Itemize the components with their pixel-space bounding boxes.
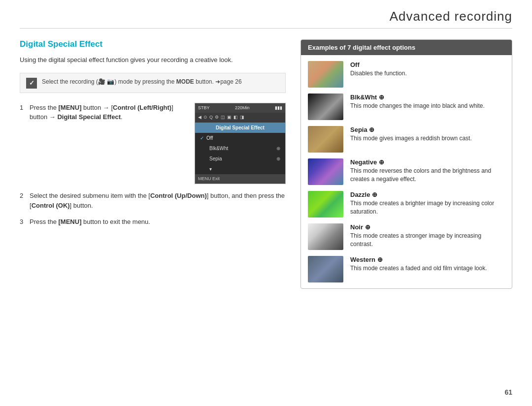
- cam-off-label: Off: [206, 134, 213, 142]
- effect-thumb-5: [308, 223, 343, 250]
- step-1-num: 1: [20, 103, 26, 113]
- cam-icon-7: ◧: [233, 114, 238, 121]
- effect-name-3: Negative ⊕: [350, 158, 505, 166]
- examples-header: Examples of 7 digital effect options: [301, 40, 512, 55]
- effect-row-4: Dazzle ⊕This mode creates a brighter ima…: [308, 191, 505, 218]
- effect-row-5: Noir ⊕This mode creates a stronger image…: [308, 223, 505, 250]
- cam-icons-row: ◀ ⊙ Q ⚙ ◫ ▣ ◧ ◨: [195, 113, 285, 123]
- cam-bwt-label: Blk&Wht: [209, 145, 228, 152]
- effect-text-2: This mode gives images a reddish brown c…: [350, 134, 505, 143]
- cam-time: 220Min: [235, 105, 250, 112]
- cam-bwt-arrow: ⊕: [276, 145, 280, 152]
- note-icon: ✓: [26, 78, 37, 89]
- effect-text-6: This mode creates a faded and old film v…: [350, 264, 505, 273]
- camera-ui: STBY 220Min ▮▮▮ ◀ ⊙ Q ⚙ ◫ ▣: [195, 103, 286, 185]
- step-1-dse: Digital Special Effect: [57, 113, 121, 121]
- cam-icon-4: ⚙: [215, 114, 219, 121]
- cam-menu-dots: ▾: [195, 164, 285, 174]
- effect-name-1: Blk&Wht ⊕: [350, 94, 505, 101]
- examples-box: Examples of 7 digital effect options Off…: [300, 39, 512, 289]
- effect-desc-3: Negative ⊕This mode reverses the colors …: [350, 158, 505, 184]
- cam-menu-sepia: Sepia ⊕: [195, 154, 285, 164]
- steps-list: 1 Press the [MENU] button → [Control (Le…: [20, 103, 286, 227]
- effect-name-2: Sepia ⊕: [350, 126, 505, 133]
- cam-battery: ▮▮▮: [275, 105, 282, 112]
- note-box: ✓ Select the recording (🎥 📷) mode by pre…: [20, 73, 286, 93]
- page-header: Advanced recording: [20, 0, 512, 29]
- effect-thumb-1: [308, 94, 343, 120]
- step-3-num: 3: [20, 217, 26, 227]
- cam-menu-off: ✓ Off: [195, 133, 285, 143]
- step-2-ctrl-ud: Control (Up/Down): [150, 192, 207, 199]
- cam-bottom: MENU Exit: [195, 174, 285, 184]
- effect-desc-6: Western ⊕This mode creates a faded and o…: [350, 256, 505, 273]
- content-area: Digital Special Effect Using the digital…: [20, 39, 512, 289]
- cam-icon-8: ◨: [240, 114, 244, 121]
- effect-text-3: This mode reverses the colors and the br…: [350, 167, 505, 184]
- step-2-ctrl-ok: Control (OK): [32, 202, 70, 209]
- effect-row-2: Sepia ⊕This mode gives images a reddish …: [308, 126, 505, 153]
- cam-menu-bwt: Blk&Wht ⊕: [195, 143, 285, 154]
- effect-name-5: Noir ⊕: [350, 223, 505, 231]
- effect-desc-2: Sepia ⊕This mode gives images a reddish …: [350, 126, 505, 143]
- effect-thumb-3: [308, 158, 343, 185]
- page-title: Advanced recording: [20, 9, 512, 24]
- page-number: 61: [504, 388, 512, 396]
- effect-desc-1: Blk&Wht ⊕This mode changes the image int…: [350, 94, 505, 110]
- note-text: Select the recording (🎥 📷) mode by press…: [42, 77, 242, 86]
- effect-row-6: Western ⊕This mode creates a faded and o…: [308, 256, 505, 282]
- effect-name-4: Dazzle ⊕: [350, 191, 505, 198]
- effect-row-3: Negative ⊕This mode reverses the colors …: [308, 158, 505, 185]
- right-column: Examples of 7 digital effect options Off…: [300, 39, 512, 289]
- step-3-menu: [MENU]: [59, 218, 82, 225]
- left-column: Digital Special Effect Using the digital…: [20, 39, 286, 234]
- cam-icon-6: ▣: [227, 114, 232, 121]
- effect-text-1: This mode changes the image into black a…: [350, 102, 505, 110]
- effect-row-1: Blk&Wht ⊕This mode changes the image int…: [308, 94, 505, 120]
- step-1-menu: [MENU]: [59, 104, 82, 111]
- intro-text: Using the digital special effect functio…: [20, 55, 286, 65]
- effect-name-0: Off: [350, 61, 505, 68]
- step-1-wrapper: Press the [MENU] button → [Control (Left…: [30, 103, 286, 185]
- effect-text-0: Disables the function.: [350, 69, 505, 78]
- effect-name-6: Western ⊕: [350, 256, 505, 263]
- effect-text-4: This mode creates a brighter image by in…: [350, 199, 505, 216]
- step-1-control-lr: Control (Left/Right): [113, 104, 171, 111]
- step-2-content: Select the desired submenu item with the…: [30, 191, 286, 210]
- effect-desc-4: Dazzle ⊕This mode creates a brighter ima…: [350, 191, 505, 216]
- cam-sepia-arrow: ⊕: [276, 155, 280, 162]
- cam-icon-3: Q: [209, 114, 213, 121]
- cam-icon-5: ◫: [221, 114, 225, 121]
- step-1: 1 Press the [MENU] button → [Control (Le…: [20, 103, 286, 185]
- cam-sepia-label: Sepia: [209, 155, 222, 162]
- effect-thumb-6: [308, 256, 343, 282]
- cam-stby: STBY: [198, 105, 210, 112]
- cam-menu-title: Digital Special Effect: [195, 123, 285, 133]
- cam-icon-2: ⊙: [203, 114, 207, 121]
- effect-desc-0: OffDisables the function.: [350, 61, 505, 78]
- examples-content: OffDisables the function.Blk&Wht ⊕This m…: [301, 55, 512, 288]
- cam-check-icon: ✓: [200, 134, 204, 142]
- effect-thumb-2: [308, 126, 343, 153]
- step-2-num: 2: [20, 191, 26, 201]
- effect-row-0: OffDisables the function.: [308, 61, 505, 88]
- effect-thumb-4: [308, 191, 343, 218]
- section-title: Digital Special Effect: [20, 39, 286, 49]
- step-3: 3 Press the [MENU] button to exit the me…: [20, 217, 286, 227]
- effect-text-5: This mode creates a stronger image by in…: [350, 232, 505, 249]
- cam-icon-1: ◀: [198, 114, 201, 121]
- step-1-text: Press the [MENU] button → [Control (Left…: [30, 103, 190, 122]
- effect-thumb-0: [308, 61, 343, 88]
- page-container: Advanced recording Digital Special Effec…: [0, 0, 532, 406]
- cam-dots: ▾: [209, 165, 212, 173]
- cam-top-bar: STBY 220Min ▮▮▮: [195, 103, 285, 113]
- step-3-content: Press the [MENU] button to exit the menu…: [30, 217, 286, 227]
- step-2: 2 Select the desired submenu item with t…: [20, 191, 286, 210]
- effect-desc-5: Noir ⊕This mode creates a stronger image…: [350, 223, 505, 249]
